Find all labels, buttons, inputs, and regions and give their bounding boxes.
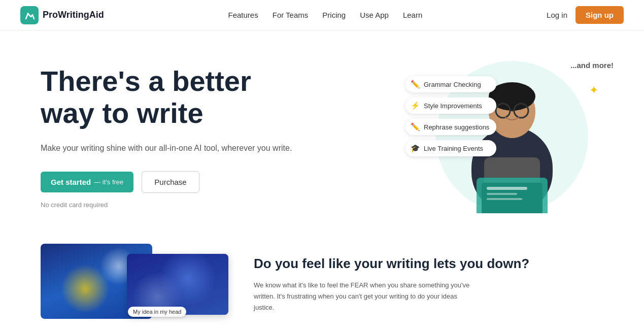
nav-use-app[interactable]: Use App [360,11,389,19]
lower-images: My idea in my head [41,244,223,325]
rephrase-icon: ✏️ [411,122,420,131]
pill-training: 🎓 Live Training Events [405,140,496,156]
brand-logo[interactable]: ProWritingAid [20,6,104,24]
pill-rephrase: ✏️ Rephrase suggestions [405,119,496,135]
svg-rect-12 [487,198,522,200]
pill-style: ⚡ Style Improvements [405,97,496,114]
svg-point-0 [27,13,29,15]
hero-content: There's a better way to write Make your … [41,65,292,208]
starry-swirl-fg [127,254,228,315]
hero-image-area: ✏️ Grammar Checking ⚡ Style Improvements… [421,56,603,218]
hero-section: There's a better way to write Make your … [0,30,644,234]
hero-subtitle: Make your writing shine with our all-in-… [41,142,292,155]
style-icon: ⚡ [411,101,420,110]
svg-rect-11 [487,193,517,195]
hero-buttons: Get started — it's free Purchase [41,171,292,193]
grammar-icon: ✏️ [411,80,420,89]
logo-icon [20,6,39,24]
nav-links: Features For Teams Pricing Use App Learn [228,11,423,20]
nav-features[interactable]: Features [228,11,258,19]
idea-label: My idea in my head [128,307,186,317]
brand-name: ProWritingAid [43,10,104,20]
no-credit-text: No credit card required [41,201,292,209]
purchase-button[interactable]: Purchase [142,171,199,193]
nav-for-teams[interactable]: For Teams [273,11,309,19]
and-more-label: ...and more! [570,61,614,70]
hero-title: There's a better way to write [41,65,292,129]
sparkle-icon: ✦ [589,84,598,97]
lower-section: My idea in my head Do you feel like your… [0,234,644,329]
nav-pricing[interactable]: Pricing [322,11,346,19]
navbar: ProWritingAid Features For Teams Pricing… [0,0,644,30]
get-started-button[interactable]: Get started — it's free [41,172,133,192]
login-button[interactable]: Log in [547,11,567,19]
training-icon: 🎓 [411,144,420,153]
feature-pills: ✏️ Grammar Checking ⚡ Style Improvements… [405,76,496,156]
nav-actions: Log in Sign up [547,6,624,24]
svg-rect-10 [487,187,527,190]
lower-content: Do you feel like your writing lets you d… [254,255,603,313]
lower-body-text: We know what it's like to feel the FEAR … [254,280,477,313]
signup-button[interactable]: Sign up [575,6,624,24]
lower-heading: Do you feel like your writing lets you d… [254,255,603,273]
pill-grammar: ✏️ Grammar Checking [405,76,496,92]
starry-image-front [127,254,228,315]
nav-learn[interactable]: Learn [403,11,422,19]
